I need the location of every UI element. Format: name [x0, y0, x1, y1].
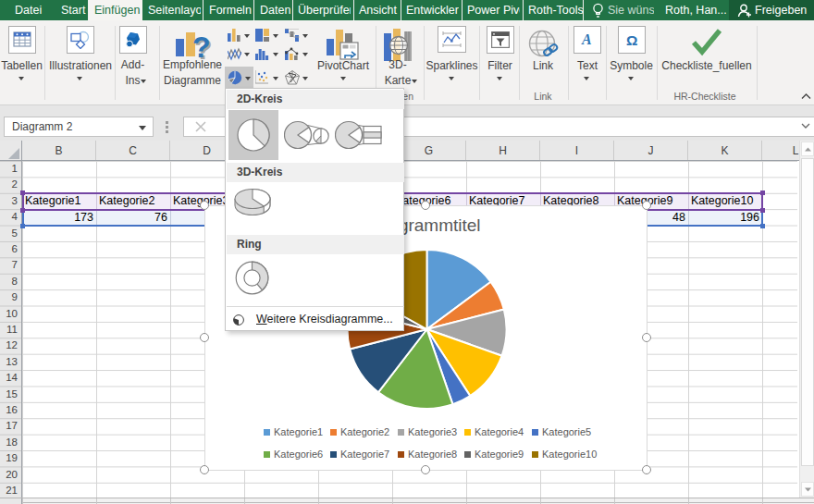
svg-text:A: A — [581, 31, 592, 47]
svg-text:Ω: Ω — [626, 32, 637, 48]
